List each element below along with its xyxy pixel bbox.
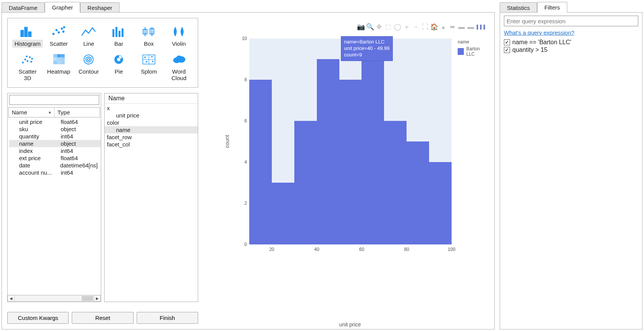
chart-type-scatter3d[interactable]: Scatter 3D: [11, 51, 44, 84]
tab-filters[interactable]: Filters: [537, 2, 567, 13]
filter-item[interactable]: ✓quantity > 15: [504, 47, 638, 53]
checkbox-icon[interactable]: ✓: [504, 47, 510, 53]
heatmap-icon: [44, 53, 73, 66]
chart-type-label: Word Cloud: [165, 67, 193, 82]
svg-rect-24: [53, 54, 57, 57]
zoomin-icon[interactable]: ＋: [403, 22, 410, 31]
compare-icon[interactable]: ⬌: [449, 23, 456, 31]
chart-type-label: Histogram: [12, 40, 43, 48]
columns-filter-input[interactable]: [9, 95, 99, 105]
column-row[interactable]: indexint64: [9, 147, 101, 154]
histogram-bar[interactable]: [272, 183, 294, 244]
splom-icon: [135, 53, 163, 66]
columns-hscroll[interactable]: ◀▶: [8, 295, 101, 302]
plot[interactable]: 20406080100 0246810 unit price count nam…: [224, 39, 487, 309]
chart-type-histogram[interactable]: Histogram: [11, 24, 44, 50]
finish-button[interactable]: Finish: [137, 312, 198, 324]
select-icon[interactable]: ⬚: [384, 23, 392, 31]
columns-header-name[interactable]: Name▼: [9, 108, 55, 117]
dropzone-group-facet_row[interactable]: facet_row: [105, 133, 198, 141]
column-row[interactable]: skuobject: [9, 125, 101, 133]
chart-type-box[interactable]: Box: [134, 24, 164, 50]
y-tick: 10: [236, 36, 247, 41]
x-axis-label: unit price: [339, 321, 361, 328]
histogram-bar[interactable]: [407, 141, 429, 244]
autoscale-icon[interactable]: ⛶: [421, 23, 429, 31]
chart-type-contour[interactable]: Contour: [74, 51, 104, 84]
chart-type-scatter[interactable]: Scatter: [44, 24, 74, 50]
tab-grapher[interactable]: Grapher: [45, 2, 80, 13]
chart-type-splom[interactable]: Splom: [134, 51, 164, 84]
tab-dataframe[interactable]: DataFrame: [2, 2, 45, 13]
home-icon[interactable]: 🏠: [430, 23, 438, 31]
svg-rect-30: [53, 61, 57, 64]
svg-point-20: [29, 56, 31, 58]
column-type: int64: [59, 169, 101, 176]
pan-icon[interactable]: ✥: [375, 23, 383, 31]
svg-point-3: [52, 33, 54, 35]
filter-item[interactable]: ✓name == 'Barton LLC': [504, 39, 638, 46]
spike-icon[interactable]: ▴: [439, 23, 447, 31]
zoom-icon[interactable]: 🔍: [366, 23, 374, 31]
checkbox-icon[interactable]: ✓: [504, 39, 510, 45]
chart-type-label: Violin: [169, 40, 188, 48]
chart-type-violin[interactable]: Violin: [164, 24, 194, 50]
histogram-bar[interactable]: [294, 121, 317, 244]
box-icon[interactable]: ▬: [458, 23, 465, 31]
filter-expression-input[interactable]: [504, 16, 638, 26]
histogram-bar[interactable]: [362, 39, 384, 244]
column-row[interactable]: ext pricefloat64: [9, 154, 101, 162]
histogram-bar[interactable]: [384, 121, 407, 244]
chart-type-bar[interactable]: Bar: [104, 24, 134, 50]
lasso-icon[interactable]: ◯: [394, 23, 401, 31]
chart-type-pie[interactable]: Pie: [104, 51, 134, 84]
box-icon: [135, 25, 163, 38]
tab-statistics[interactable]: Statistics: [500, 2, 537, 13]
legend-label: Barton LLC: [466, 46, 487, 57]
histogram-bar[interactable]: [249, 80, 272, 244]
custom-kwargs-button[interactable]: Custom Kwargs: [7, 312, 69, 324]
dropzone-item[interactable]: unit price: [105, 112, 198, 119]
filter-expression: quantity > 15: [512, 47, 547, 53]
columns-header-type[interactable]: Type: [55, 108, 100, 117]
camera-icon[interactable]: 📷: [357, 23, 365, 31]
dropzone-item[interactable]: name: [105, 126, 198, 133]
double-icon[interactable]: ▬: [467, 23, 475, 31]
chart-type-wordcloud[interactable]: Word Cloud: [164, 51, 194, 84]
chart-type-heatmap[interactable]: Heatmap: [44, 51, 74, 84]
chart-type-label: Line: [81, 40, 96, 48]
chart-legend[interactable]: name Barton LLC: [458, 39, 487, 57]
column-row[interactable]: nameobject: [9, 140, 101, 147]
reset-button[interactable]: Reset: [72, 312, 133, 324]
plotly-logo-icon[interactable]: ⫿⫿⫿: [476, 23, 484, 31]
column-type: int64: [59, 147, 101, 154]
column-type: object: [59, 125, 101, 133]
chart-type-label: Pie: [112, 67, 125, 76]
scatter-icon: [44, 25, 73, 38]
histogram-bar[interactable]: [339, 80, 362, 244]
chart-type-line[interactable]: Line: [74, 24, 104, 50]
dropzone-group-x[interactable]: x: [105, 104, 198, 112]
dropzone-group-facet_col[interactable]: facet_col: [105, 141, 198, 148]
svg-point-44: [152, 61, 153, 62]
filters-panel: What's a query expression? ✓name == 'Bar…: [500, 12, 642, 329]
legend-item[interactable]: Barton LLC: [458, 46, 487, 57]
dropzone-group-color[interactable]: color: [105, 119, 198, 126]
column-row[interactable]: quantityint64: [9, 133, 101, 140]
histogram-bar[interactable]: [317, 59, 339, 244]
histogram-bar[interactable]: [429, 162, 452, 244]
column-row[interactable]: unit pricefloat64: [9, 118, 101, 125]
svg-point-21: [31, 58, 33, 59]
zoomout-icon[interactable]: －: [412, 22, 420, 31]
column-row[interactable]: account nu...int64: [9, 169, 101, 176]
x-tick: 20: [269, 247, 274, 252]
chart-area[interactable]: 📷 🔍 ✥ ⬚ ◯ ＋ － ⛶ 🏠 ▴ ⬌ ▬ ▬ ⫿⫿⫿: [205, 18, 489, 324]
tab-reshaper[interactable]: Reshaper: [80, 2, 119, 13]
y-tick: 8: [236, 77, 247, 82]
side-tabbar: Statistics Filters: [498, 0, 644, 12]
svg-point-43: [151, 56, 152, 58]
column-row[interactable]: datedatetime64[ns]: [9, 162, 101, 169]
query-help-link[interactable]: What's a query expression?: [504, 29, 575, 36]
column-name: quantity: [9, 133, 59, 140]
svg-rect-2: [28, 32, 31, 37]
